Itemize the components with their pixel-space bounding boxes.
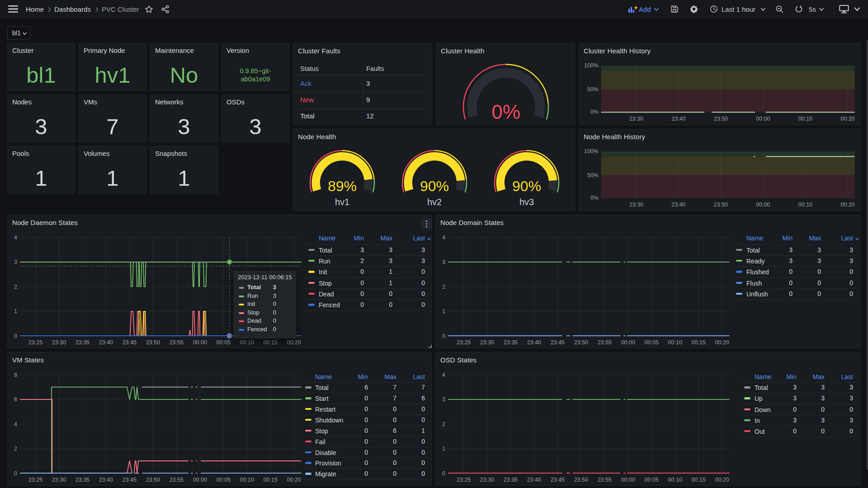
svg-text:00:20: 00:20 [840, 202, 854, 208]
svg-text:00:10: 00:10 [798, 116, 812, 122]
svg-text:23:50: 23:50 [714, 116, 728, 122]
svg-text:2: 2 [14, 446, 17, 452]
svg-text:23:40: 23:40 [671, 116, 685, 122]
svg-text:3: 3 [14, 259, 17, 265]
svg-text:00:00: 00:00 [193, 339, 207, 346]
svg-text:23:25: 23:25 [28, 339, 42, 346]
svg-text:00:00: 00:00 [621, 477, 635, 483]
svg-text:0: 0 [442, 470, 445, 477]
svg-text:23:30: 23:30 [629, 202, 643, 208]
svg-text:00:10: 00:10 [240, 477, 254, 483]
svg-text:4: 4 [14, 235, 17, 241]
svg-text:00:05: 00:05 [645, 477, 659, 483]
svg-text:2: 2 [442, 421, 445, 427]
svg-text:23:35: 23:35 [75, 477, 90, 483]
svg-text:4: 4 [14, 421, 17, 427]
svg-text:50%: 50% [587, 86, 599, 93]
svg-text:00:20: 00:20 [715, 477, 729, 483]
svg-text:00:05: 00:05 [217, 339, 231, 346]
svg-text:23:30: 23:30 [480, 477, 494, 483]
svg-text:00:00: 00:00 [621, 339, 635, 346]
svg-text:8: 8 [14, 372, 17, 378]
svg-text:00:20: 00:20 [287, 339, 301, 346]
svg-text:00:20: 00:20 [715, 339, 729, 346]
svg-text:00:20: 00:20 [287, 477, 301, 483]
svg-text:00:10: 00:10 [240, 339, 254, 346]
svg-text:00:20: 00:20 [840, 116, 854, 122]
svg-text:23:50: 23:50 [146, 477, 160, 483]
svg-text:1: 1 [14, 308, 17, 314]
svg-text:23:50: 23:50 [714, 202, 728, 208]
svg-text:23:40: 23:40 [527, 339, 541, 346]
svg-text:0%: 0% [590, 109, 599, 115]
svg-text:00:10: 00:10 [668, 477, 682, 483]
svg-text:4: 4 [442, 372, 445, 378]
svg-text:1: 1 [442, 446, 445, 452]
svg-text:00:05: 00:05 [645, 339, 659, 346]
svg-text:23:40: 23:40 [671, 202, 685, 208]
svg-text:00:00: 00:00 [756, 116, 770, 122]
svg-text:23:25: 23:25 [28, 477, 42, 483]
svg-text:23:45: 23:45 [551, 339, 565, 346]
svg-text:23:45: 23:45 [123, 339, 137, 346]
svg-text:100%: 100% [584, 148, 599, 155]
svg-text:4: 4 [442, 235, 445, 241]
svg-text:23:35: 23:35 [504, 477, 518, 483]
svg-text:50%: 50% [587, 172, 599, 178]
svg-text:23:35: 23:35 [504, 339, 518, 346]
svg-text:23:55: 23:55 [598, 339, 612, 346]
svg-text:23:25: 23:25 [457, 339, 471, 346]
svg-text:23:30: 23:30 [52, 339, 66, 346]
svg-text:00:00: 00:00 [756, 202, 770, 208]
svg-text:2: 2 [442, 284, 445, 290]
svg-text:00:10: 00:10 [798, 202, 812, 208]
svg-text:0: 0 [14, 470, 17, 477]
svg-text:00:15: 00:15 [264, 339, 278, 346]
svg-text:00:05: 00:05 [217, 477, 231, 483]
svg-text:100%: 100% [584, 62, 599, 69]
svg-text:3: 3 [442, 259, 445, 265]
svg-text:23:50: 23:50 [146, 339, 160, 346]
svg-text:23:55: 23:55 [170, 477, 184, 483]
svg-text:00:15: 00:15 [264, 477, 278, 483]
svg-text:0%: 0% [590, 195, 599, 201]
svg-text:2: 2 [14, 284, 17, 290]
svg-text:00:00: 00:00 [193, 477, 207, 483]
svg-text:23:55: 23:55 [598, 477, 612, 483]
svg-text:23:35: 23:35 [75, 339, 90, 346]
svg-text:23:25: 23:25 [457, 477, 471, 483]
svg-text:23:55: 23:55 [170, 339, 184, 346]
svg-text:0: 0 [14, 333, 17, 339]
svg-text:00:15: 00:15 [692, 339, 706, 346]
svg-text:1: 1 [442, 308, 445, 314]
svg-text:23:40: 23:40 [527, 477, 541, 483]
svg-text:23:30: 23:30 [629, 116, 643, 122]
svg-text:23:30: 23:30 [480, 339, 494, 346]
svg-text:3: 3 [442, 396, 445, 403]
svg-text:00:10: 00:10 [668, 339, 682, 346]
svg-text:23:30: 23:30 [52, 477, 66, 483]
svg-text:23:40: 23:40 [99, 339, 113, 346]
svg-text:23:50: 23:50 [574, 339, 588, 346]
svg-text:0: 0 [442, 333, 445, 339]
svg-text:00:15: 00:15 [692, 477, 706, 483]
svg-text:23:40: 23:40 [99, 477, 113, 483]
svg-text:23:45: 23:45 [551, 477, 565, 483]
svg-text:23:50: 23:50 [574, 477, 588, 483]
svg-text:23:45: 23:45 [123, 477, 137, 483]
svg-text:6: 6 [14, 396, 17, 403]
